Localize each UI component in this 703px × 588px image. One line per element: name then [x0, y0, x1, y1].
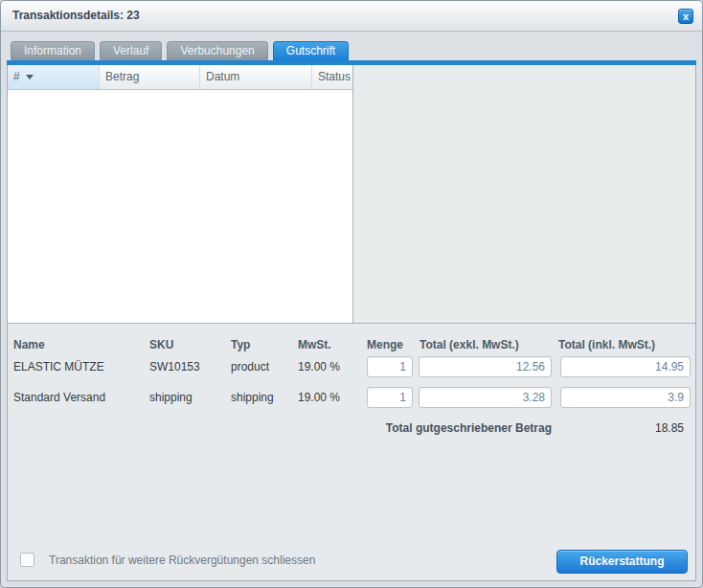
sort-desc-icon — [26, 75, 34, 79]
total-excl-input[interactable] — [419, 356, 552, 377]
refund-button[interactable]: Rückerstattung — [556, 550, 688, 574]
items-header-sku: SKU — [149, 338, 173, 351]
items-header-total-excl: Total (exkl. MwSt.) — [420, 338, 519, 351]
item-row-typ: product — [231, 356, 269, 377]
item-row-name: Standard Versand — [13, 387, 105, 408]
gutschrift-tab-content: # Betrag Datum Status Name SKU Typ MwSt.… — [7, 65, 696, 581]
tab-verlauf[interactable]: Verlauf — [100, 41, 162, 60]
total-incl-input[interactable] — [560, 356, 691, 377]
item-row-sku: shipping — [149, 387, 193, 408]
total-credited-value: 18.85 — [582, 421, 684, 435]
credits-grid: # Betrag Datum Status — [8, 65, 353, 324]
total-excl-input[interactable] — [419, 387, 552, 408]
items-header-mwst: MwSt. — [298, 338, 331, 351]
column-header-status[interactable]: Status — [312, 65, 352, 89]
item-row-sku: SW10153 — [149, 356, 200, 377]
credits-grid-header: # Betrag Datum Status — [8, 65, 352, 90]
item-row-mwst: 19.00 % — [298, 387, 340, 408]
column-header-datum[interactable]: Datum — [200, 65, 312, 89]
window-titlebar: Transaktionsdetails: 23 x — [1, 1, 702, 32]
items-header-name: Name — [13, 338, 45, 351]
items-header-menge: Menge — [367, 338, 403, 351]
close-transaction-checkbox-label: Transaktion für weitere Rückvergütungen … — [49, 553, 315, 568]
tab-information[interactable]: Information — [11, 41, 95, 60]
items-header-total-incl: Total (inkl. MwSt.) — [558, 338, 655, 351]
quantity-input[interactable] — [367, 387, 413, 408]
column-header-number[interactable]: # — [8, 65, 100, 89]
close-transaction-checkbox[interactable] — [20, 553, 34, 567]
transaction-details-window: Transaktionsdetails: 23 x Information Ve… — [0, 0, 703, 588]
tab-bar: Information Verlauf Verbuchungen Gutschr… — [11, 41, 349, 60]
tab-gutschrift[interactable]: Gutschrift — [273, 41, 349, 60]
total-credited-label: Total gutgeschriebener Betrag — [285, 421, 552, 435]
total-incl-input[interactable] — [560, 387, 691, 408]
item-row-mwst: 19.00 % — [298, 356, 340, 377]
item-row-typ: shipping — [231, 387, 274, 408]
window-title: Transaktionsdetails: 23 — [12, 1, 140, 31]
column-header-number-label: # — [13, 65, 20, 89]
close-icon[interactable]: x — [678, 9, 693, 24]
items-header-typ: Typ — [231, 338, 250, 351]
quantity-input[interactable] — [367, 356, 413, 377]
tab-verbuchungen[interactable]: Verbuchungen — [167, 41, 267, 60]
item-row-name: ELASTIC MÜTZE — [13, 356, 104, 377]
column-header-betrag[interactable]: Betrag — [100, 65, 200, 89]
detail-side-panel — [353, 65, 695, 324]
